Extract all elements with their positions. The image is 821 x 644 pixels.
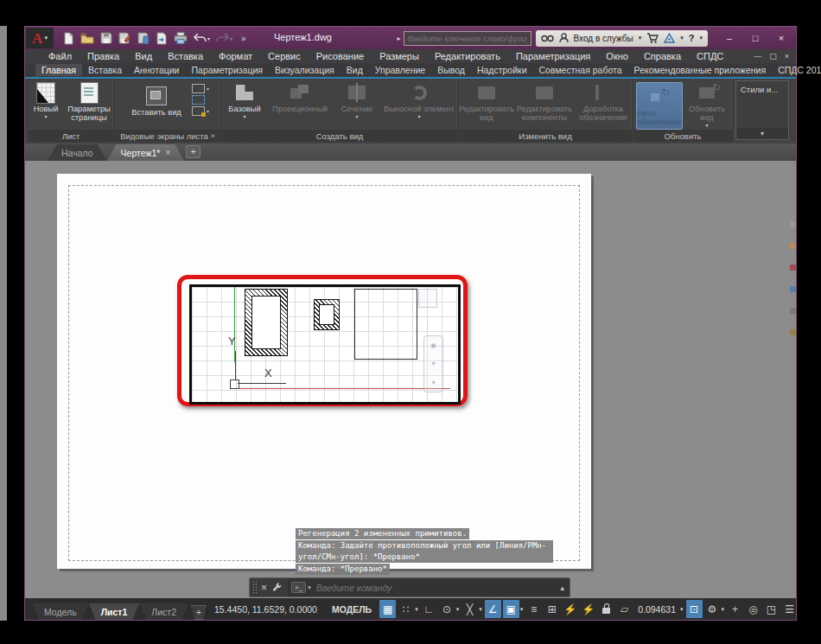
polar-tracking-toggle[interactable]: ⊙ (439, 600, 455, 618)
chevron-down-icon[interactable]: ▾ (722, 606, 725, 613)
menu-spds[interactable]: СПДС (689, 51, 731, 61)
tab-model[interactable]: Модель (32, 603, 89, 620)
chevron-down-icon[interactable]: ▾ (207, 35, 210, 41)
gear-icon[interactable]: ⚙ (704, 600, 721, 618)
chevron-down-icon[interactable]: ▾ (680, 35, 684, 41)
lock-icon[interactable] (598, 600, 614, 618)
chevron-down-icon[interactable]: ▾ (680, 606, 684, 613)
annotation-autoscale-toggle[interactable]: ⚡ (580, 600, 596, 618)
ribbon-tab-featured-apps[interactable]: Рекомендованные приложения (628, 64, 773, 76)
menu-edit[interactable]: Правка (80, 51, 127, 61)
file-tab-drawing1[interactable]: Чертеж1* × (107, 144, 185, 161)
ribbon-tab-home[interactable]: Главная (35, 64, 82, 76)
selection-cycling-toggle[interactable]: ⊞ (544, 600, 560, 618)
symbol-sketch-button[interactable]: Доработка обозначения (575, 81, 632, 122)
ribbon-tab-visualize[interactable]: Визуализация (269, 64, 340, 76)
grid-toggle[interactable]: ▦ (379, 600, 396, 618)
maximize-viewport-button[interactable]: ⊡ (686, 600, 703, 618)
maximize-button[interactable]: □ (742, 28, 768, 48)
ribbon-tab-output[interactable]: Вывод (431, 64, 471, 76)
menu-dimension[interactable]: Размеры (372, 51, 427, 61)
detail-view-button[interactable]: Выносной элемент ▾ (382, 81, 456, 120)
palette-strip-icon[interactable] (790, 265, 796, 271)
history-up-icon[interactable]: ▴ (555, 583, 570, 592)
sign-in-label[interactable]: Вход в службы (574, 34, 633, 43)
ribbon-tab-annotate[interactable]: Аннотации (128, 64, 186, 76)
undo-button[interactable]: ▾ (194, 33, 210, 43)
update-view-button[interactable]: Обновить вид ▾ (684, 81, 729, 129)
chevron-down-icon[interactable]: ▾ (456, 606, 460, 613)
projected-view-button[interactable]: Проекционный (268, 81, 332, 113)
base-view-button[interactable]: Базовый ▾ (223, 81, 266, 120)
chevron-down-icon[interactable]: ▾ (308, 584, 311, 591)
insert-view-button[interactable]: Вставить вид (126, 85, 187, 117)
isolate-objects-button[interactable]: ◎ (745, 600, 761, 618)
annotation-scale-icon[interactable]: ▱ (616, 600, 633, 618)
chevron-down-icon[interactable]: ▾ (520, 606, 524, 613)
menu-parametric[interactable]: Параметризация (508, 51, 598, 61)
customize-wrench-icon[interactable] (271, 582, 288, 593)
menu-window[interactable]: Окно (598, 51, 636, 61)
panel-launcher-icon[interactable]: » (211, 131, 215, 140)
lineweight-toggle[interactable]: ≡ (525, 600, 542, 618)
section-view-button[interactable]: Сечение ▾ (334, 81, 380, 120)
transfer-button[interactable] (156, 32, 168, 45)
viewport-clip-button[interactable] (192, 95, 209, 105)
menu-draw[interactable]: Рисование (309, 51, 372, 61)
print-button[interactable] (174, 32, 188, 44)
menu-modify[interactable]: Редактировать (427, 51, 508, 61)
new-layout-tab-button[interactable]: + (191, 605, 207, 620)
viewport-lock-button[interactable]: ▾ (192, 106, 209, 116)
save-to-web-button[interactable] (137, 32, 150, 44)
new-layout-button[interactable]: Новый ▾ (29, 81, 63, 120)
paper-model-toggle[interactable]: МОДЕЛЬ (326, 604, 378, 615)
clean-screen-button[interactable]: ◳ (763, 600, 780, 618)
snap-toggle[interactable]: ∷ (398, 600, 414, 618)
command-input[interactable] (315, 582, 556, 594)
tab-layout1[interactable]: Лист1 (89, 603, 140, 620)
auto-update-toggle[interactable]: Авто-обновление (636, 82, 683, 130)
search-icon[interactable] (541, 34, 554, 43)
chevron-down-icon[interactable]: ▾ (639, 35, 642, 41)
crosshair-size-button[interactable]: + (727, 600, 743, 618)
menu-help[interactable]: Справка (636, 51, 689, 61)
menu-file[interactable]: Файл (41, 51, 80, 61)
menu-insert[interactable]: Вставка (160, 51, 211, 61)
redo-button[interactable]: ▾ (216, 33, 232, 43)
menu-tools[interactable]: Сервис (260, 51, 309, 61)
tab-layout2[interactable]: Лист2 (139, 603, 188, 620)
mdi-close-button[interactable]: × (785, 52, 789, 61)
object-snap-toggle[interactable]: ▣ (503, 600, 519, 618)
ribbon-tab-parametric[interactable]: Параметризация (186, 64, 270, 76)
customization-menu-button[interactable]: ☰ (781, 600, 798, 618)
viewport-rectangular-button[interactable]: ▾ (192, 84, 209, 93)
a360-icon[interactable] (664, 33, 675, 43)
ribbon-tab-view[interactable]: Вид (340, 64, 369, 76)
command-prompt-icon[interactable]: >_ (291, 582, 306, 593)
viewcube[interactable] (418, 289, 437, 308)
chevron-down-icon[interactable]: ▾ (415, 606, 418, 613)
coordinates-display[interactable]: 15.4450, 11.6529, 0.0000 (207, 604, 324, 615)
ribbon-tab-insert[interactable]: Вставка (82, 64, 128, 76)
layout-viewport[interactable]: Y X ◉▾▾ (189, 284, 461, 405)
annotation-visibility-toggle[interactable]: ⚡ (562, 600, 578, 618)
ribbon-tab-manage[interactable]: Управление (369, 64, 431, 76)
app-menu-button[interactable]: A ▾ (26, 28, 54, 48)
cart-icon[interactable] (646, 33, 659, 43)
mdi-restore-button[interactable]: ▢ (769, 52, 777, 61)
new-drawing-tab-button[interactable]: + (186, 145, 200, 158)
palette-strip-icon[interactable] (790, 243, 796, 249)
save-as-button[interactable] (118, 32, 131, 44)
minimize-button[interactable]: – (716, 28, 742, 48)
mdi-minimize-button[interactable]: — (754, 52, 761, 61)
close-command-line-icon[interactable]: × (257, 582, 271, 594)
menu-format[interactable]: Формат (211, 51, 260, 61)
palette-strip-icon[interactable] (790, 286, 796, 292)
infocenter-search-input[interactable] (404, 31, 531, 46)
drawing-canvas[interactable]: Y X ◉▾▾ Регенерация 2 измененных примити… (25, 161, 796, 598)
chevron-down-icon[interactable]: ▾ (230, 35, 232, 41)
open-button[interactable] (80, 33, 94, 44)
close-tab-icon[interactable]: × (165, 148, 170, 157)
page-setup-button[interactable]: Параметры страницы (65, 81, 113, 122)
palette-strip-icon[interactable] (790, 308, 796, 314)
